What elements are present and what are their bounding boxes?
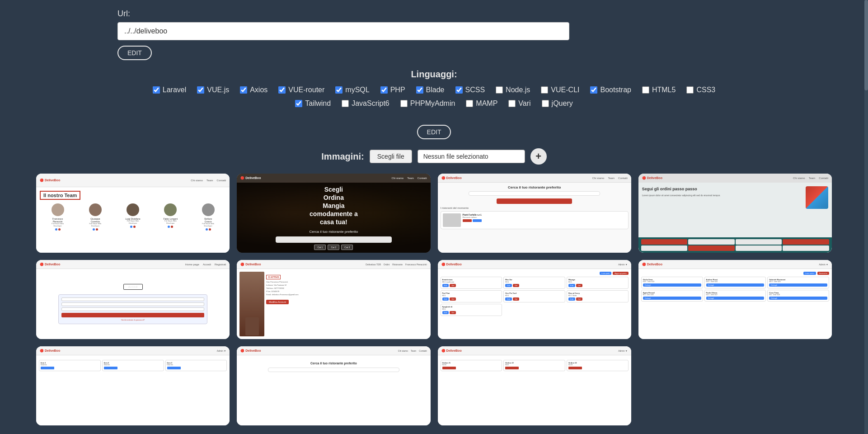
card7-dishes-grid: Amatriciana €8.5 Lastfrome Edit Del Max … [441,277,629,316]
images-label: Immagini: [321,151,364,162]
language-label-phpmyadmin: PHPMyAdmin [410,99,455,108]
card5-logo: 🔴 DeliveBoo [40,263,60,266]
language-checkbox-input-php[interactable] [380,86,388,94]
card7-toolbar: Lista piatti Aggiungi piatto [441,272,629,275]
language-label-bootstrap: Bootstrap [600,86,631,94]
language-checkbox-input-javascript6[interactable] [342,100,349,107]
card4-header: 🔴 DeliveBoo Chi siamoTeamContatti [638,174,832,183]
add-image-button[interactable]: + [530,148,547,165]
language-label-vari: Vari [518,99,530,108]
card10-logo: 🔴 DeliveBoo [240,349,261,353]
card8-logo: 🔴 DeliveBoo [642,263,662,266]
card9-content: Item 1 Detail info Item 2 Detail info It… [36,355,230,425]
language-checkbox-vari[interactable]: Vari [508,99,530,108]
language-checkbox-mamp[interactable]: MAMP [466,99,497,108]
card11-header: 🔴 DeliveBoo Admin ▼ [438,346,631,355]
language-checkbox-input-node.js[interactable] [496,86,503,94]
card8-toolbar: Lista ordini Statistiche [641,272,829,275]
language-checkbox-input-tailwind[interactable] [295,100,302,107]
card3-logo: 🔴 DeliveBoo [441,176,462,180]
language-checkbox-input-vari[interactable] [508,100,516,107]
card1-logo: 🔴 DeliveBoo [40,179,60,182]
language-checkbox-input-bootstrap[interactable] [590,86,597,94]
screenshot-card-hero: 🔴 DeliveBoo Chi siamoTeamContatti Scegli… [237,174,430,253]
card11-content: Ordine #1 €12.00 Ordine #2 €8.50 Ordine … [438,355,631,425]
card6-name: Ciao Francesco Pieraccinii [266,281,427,283]
card6-email: Email: deliveboo.Francesco@gmail.com [266,293,427,296]
card2-logo: 🔴 DeliveBoo [240,176,261,180]
language-checkbox-vue-router[interactable]: VUE-router [278,86,324,94]
language-checkbox-input-css3[interactable] [686,86,694,94]
images-section: Immagini: Scegli file Nessun file selezi… [18,148,850,425]
language-checkbox-node.js[interactable]: Node.js [496,86,530,94]
language-label-vue-router: VUE-router [288,86,324,94]
language-checkbox-input-mysql[interactable] [335,86,343,94]
screenshot-card-10: 🔴 DeliveBoo Chi siamoTeamContatti Cerca … [237,346,430,425]
language-checkbox-input-jquery[interactable] [542,100,549,107]
language-checkbox-jquery[interactable]: jQuery [542,99,573,108]
url-label: Url: [117,9,850,19]
card3-header: 🔴 DeliveBoo Chi siamoTeamContatti [438,174,631,183]
language-checkbox-bootstrap[interactable]: Bootstrap [590,86,631,94]
language-checkbox-input-vue-cli[interactable] [541,86,548,94]
card7-header: 🔴 DeliveBoo Admin ▼ [438,260,631,269]
language-checkbox-html5[interactable]: HTML5 [642,86,676,94]
member-3: Luigi Distefano Full Stack WebDeveloper [115,203,151,231]
card3-restaurant-card: Piatti Farfalle s.r.l. Ristorante italia… [441,211,629,229]
language-checkbox-javascript6[interactable]: JavaScript6 [342,99,389,108]
language-checkbox-vue-cli[interactable]: VUE-CLI [541,86,579,94]
card3-title: Cerca il tuo ristorante preferito [441,185,629,189]
scrollbar-thumb[interactable] [864,0,868,90]
language-checkbox-mysql[interactable]: mySQL [335,86,369,94]
language-checkbox-blade[interactable]: Blade [416,86,445,94]
language-checkbox-scss[interactable]: SCSS [455,86,485,94]
card3-subtitle: I ristoranti del momento [441,207,629,209]
language-checkbox-input-vue.js[interactable] [197,86,204,94]
language-checkbox-phpmyadmin[interactable]: PHPMyAdmin [400,99,455,108]
language-checkbox-input-axios[interactable] [240,86,247,94]
card9-header: 🔴 DeliveBoo Admin ▼ [36,346,230,355]
language-checkbox-tailwind[interactable]: Tailwind [295,99,331,108]
image-grid: 🔴 DeliveBoo Chi siamoTeamContatti Il nos… [18,174,850,339]
language-label-mamp: MAMP [476,99,497,108]
language-checkbox-input-html5[interactable] [642,86,649,94]
language-label-javascript6: JavaScript6 [352,99,389,108]
url-edit-button[interactable]: EDIT [117,46,152,60]
card8-header: 🔴 DeliveBoo Admin ▼ [638,260,832,269]
language-label-vue-cli: VUE-CLI [551,86,579,94]
language-checkbox-laravel[interactable]: Laravel [153,86,186,94]
scrollbar[interactable] [864,0,868,434]
languages-edit-button[interactable]: EDIT [417,125,451,139]
team-members: FrancescoPieraccini Full Stack WebDevelo… [40,203,226,231]
languages-row-1: LaravelVUE.jsAxiosVUE-routermySQLPHPBlad… [18,86,850,94]
language-checkbox-php[interactable]: PHP [380,86,405,94]
card10-content: Cerca il tuo ristorante preferito [237,355,430,425]
card6-button: Modifica Account [266,300,289,304]
member-4: Fabio Longoni Full Stack WebDeveloper [153,203,188,231]
card2-buttons: Cat 1 Cat 2 Cat 3 [314,245,353,250]
language-checkbox-axios[interactable]: Axios [240,86,267,94]
card2-hero-text: ScegliOrdinaMangiacomodamente acasa tua! [310,185,358,226]
card5-accedi-btn: Accedi [123,284,143,290]
screenshot-card-orders: 🔴 DeliveBoo Admin ▼ Lista ordini Statist… [638,260,832,339]
card4-title: Segui gli ordini passo passo [642,186,802,192]
language-checkbox-vue.js[interactable]: VUE.js [197,86,229,94]
language-checkbox-css3[interactable]: CSS3 [686,86,715,94]
language-checkbox-input-mamp[interactable] [466,100,473,107]
language-label-axios: Axios [250,86,267,94]
language-checkbox-input-scss[interactable] [455,86,463,94]
screenshot-card-login: 🔴 DeliveBoo Home pageAccediRegistrati Ac… [36,260,230,339]
card5-form: Hai dimenticato la password? [58,294,207,324]
language-checkbox-input-blade[interactable] [416,86,423,94]
card5-header: 🔴 DeliveBoo Home pageAccediRegistrati [36,260,230,269]
member-5: StefanoCracco Full Stack WebDeveloper [190,203,226,231]
language-label-jquery: jQuery [552,99,573,108]
language-label-laravel: Laravel [163,86,186,94]
choose-file-button[interactable]: Scegli file [370,150,412,163]
language-checkbox-input-phpmyadmin[interactable] [400,100,408,107]
card6-tag: CI ATTIVO [266,275,281,279]
card4-logo: 🔴 DeliveBoo [642,176,662,180]
language-checkbox-input-vue-router[interactable] [278,86,286,94]
language-checkbox-input-laravel[interactable] [153,86,160,94]
url-input[interactable] [117,22,569,40]
